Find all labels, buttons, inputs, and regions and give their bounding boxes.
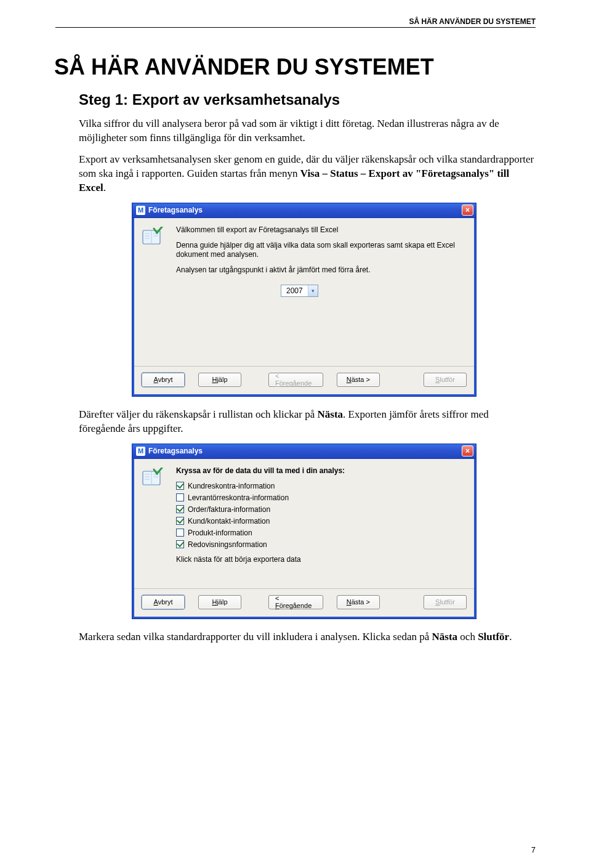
year-dropdown[interactable]: 2007 ▾ — [281, 285, 318, 297]
guide-paragraph: Export av verksamhetsanalysen sker genom… — [79, 153, 536, 195]
nasta-button[interactable]: Nästa > — [337, 595, 380, 609]
slutfor-button: Slutför — [424, 595, 467, 609]
hjalp-button[interactable]: Hjälp — [198, 595, 241, 609]
dialog2-footer: Klick nästa för att börja exportera data — [176, 555, 467, 564]
checkbox-label: Redovisningsnformation — [188, 540, 267, 549]
close-icon[interactable]: × — [462, 205, 473, 216]
checkbox-row: Kundreskontra-information — [176, 482, 467, 490]
p4-a: Markera sedan vilka standardrapporter du… — [79, 631, 432, 643]
checkbox[interactable] — [176, 540, 184, 548]
checkbox-row: Redovisningsnformation — [176, 540, 467, 549]
checkbox-label: Kundreskontra-information — [188, 482, 275, 490]
header-rule — [55, 27, 536, 28]
p3-a: Därefter väljer du räkenskapsår i rullis… — [79, 408, 318, 420]
checkbox[interactable] — [176, 493, 184, 501]
step-heading: Steg 1: Export av verksamhetsanalys — [79, 91, 536, 108]
checkbox[interactable] — [176, 505, 184, 513]
page-title: SÅ HÄR ANVÄNDER DU SYSTEMET — [54, 54, 536, 80]
dialog2-heading: Kryssa av för de data du vill ta med i d… — [176, 466, 467, 476]
checkbox[interactable] — [176, 529, 184, 537]
p4-c: och — [457, 631, 478, 643]
page-number: 7 — [531, 845, 536, 854]
foregaende-button: < Föregående — [268, 373, 323, 387]
checkbox-row: Levrantörreskontra-information — [176, 493, 467, 502]
dialog1-intro: Välkommen till export av Företagsanalys … — [176, 225, 467, 235]
checkbox[interactable] — [176, 517, 184, 525]
slutfor-button: Slutför — [424, 373, 467, 387]
checkbox-label: Levrantörreskontra-information — [188, 493, 289, 502]
wizard-dialog-1: M Företagsanalys × — [132, 203, 476, 397]
close-icon[interactable]: × — [462, 445, 473, 456]
chevron-down-icon[interactable]: ▾ — [308, 285, 318, 296]
dialog-title: Företagsanalys — [148, 206, 203, 214]
running-head: SÅ HÄR ANVÄNDER DU SYSTEMET — [409, 17, 536, 26]
app-m-icon: M — [136, 206, 145, 215]
app-m-icon: M — [136, 447, 145, 456]
checkbox-row: Produkt-information — [176, 529, 467, 537]
after-dialog1-paragraph: Därefter väljer du räkenskapsår i rullis… — [79, 408, 536, 436]
p3-b: Nästa — [318, 408, 344, 420]
titlebar: M Företagsanalys × — [132, 444, 476, 459]
dialog-title: Företagsanalys — [148, 447, 203, 455]
book-check-icon — [142, 468, 164, 486]
p4-b: Nästa — [432, 631, 458, 643]
p4-d: Slutför — [478, 631, 509, 643]
avbryt-button[interactable]: Avbryt — [142, 373, 185, 387]
book-check-icon — [142, 227, 164, 245]
nasta-button[interactable]: Nästa > — [337, 373, 380, 387]
titlebar: M Företagsanalys × — [132, 203, 476, 218]
avbryt-button[interactable]: Avbryt — [142, 595, 185, 609]
checkbox-label: Order/faktura-information — [188, 505, 270, 514]
p4-e: . — [509, 631, 512, 643]
intro-paragraph: Vilka siffror du vill analysera beror på… — [79, 117, 536, 145]
wizard-dialog-2: M Företagsanalys × — [132, 444, 476, 619]
checkbox-label: Kund/kontakt-information — [188, 517, 270, 525]
checkbox[interactable] — [176, 482, 184, 490]
dialog1-desc1: Denna guide hjälper dig att välja vilka … — [176, 241, 467, 259]
checkbox-row: Kund/kontakt-information — [176, 517, 467, 525]
guide-paragraph-end: . — [103, 182, 106, 193]
dialog1-desc2: Analysen tar utgångspunkt i aktivt år jä… — [176, 266, 467, 275]
after-dialog2-paragraph: Markera sedan vilka standardrapporter du… — [79, 630, 536, 644]
checkbox-row: Order/faktura-information — [176, 505, 467, 514]
year-value: 2007 — [281, 286, 308, 295]
checkbox-label: Produkt-information — [188, 529, 252, 537]
foregaende-button[interactable]: < Föregående — [268, 595, 323, 609]
hjalp-button[interactable]: Hjälp — [198, 373, 241, 387]
